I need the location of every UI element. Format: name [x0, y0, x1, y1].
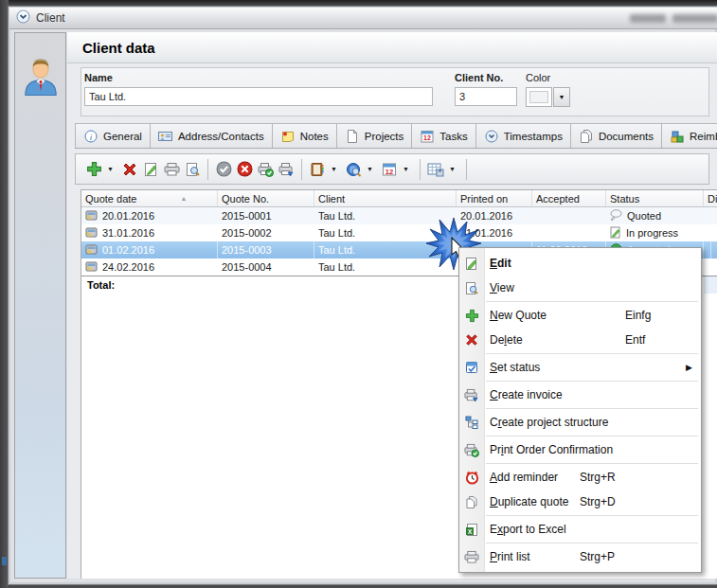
svg-text:12: 12 [423, 134, 431, 141]
address-book-button[interactable] [307, 158, 328, 181]
color-dropdown[interactable]: ▼ [526, 87, 570, 107]
col-status[interactable]: Status [606, 190, 704, 206]
col-quote-date[interactable]: Quote date▲ [81, 190, 218, 206]
client-form: Name Client No. Color ▼ [81, 67, 709, 116]
table-row[interactable]: %31.01.2016 2015-0002 Tau Ltd. 31.01.201… [81, 224, 717, 241]
create-invoice-button[interactable] [276, 158, 296, 181]
svg-text:%: % [87, 214, 93, 221]
tab-reimbursable-expenses[interactable]: Reimbursable expenses [661, 123, 717, 148]
tab-timestamps[interactable]: Timestamps [475, 123, 571, 148]
table-row[interactable]: %20.01.2016 2015-0001 Tau Ltd. 20.01.201… [81, 207, 717, 224]
tab-tasks[interactable]: 12 Tasks [411, 123, 475, 148]
menu-item-add-reminder[interactable]: Add reminder Strg+R [459, 465, 701, 490]
menu-item-edit[interactable]: Edit [459, 251, 701, 276]
delete-button[interactable] [119, 158, 140, 181]
print-button[interactable] [161, 158, 182, 181]
info-icon: i [83, 129, 99, 144]
client-no-field[interactable] [455, 87, 517, 106]
total-disc-cell [704, 276, 717, 294]
menu-item-create-invoice[interactable]: Create invoice [459, 383, 701, 407]
reminder-icon [464, 470, 479, 485]
color-dropdown-arrow-icon[interactable]: ▼ [553, 87, 570, 107]
sidebar [14, 32, 66, 579]
col-client[interactable]: Client [314, 190, 457, 206]
menu-separator [486, 301, 698, 302]
tab-documents[interactable]: Documents [570, 123, 662, 148]
set-accepted-button[interactable] [213, 158, 234, 181]
menu-item-view[interactable]: View [459, 276, 701, 300]
address-book-dropdown-icon[interactable]: ▼ [328, 158, 340, 181]
quote-icon: % [85, 209, 98, 223]
delete-icon [464, 332, 479, 347]
excel-icon: X [464, 522, 479, 537]
print-list-icon [464, 549, 479, 564]
calendar-dropdown-icon[interactable]: ▼ [400, 158, 412, 181]
edit-icon [464, 256, 479, 271]
menu-item-create-project-structure[interactable]: Create project structure [459, 410, 701, 435]
sort-asc-icon: ▲ [180, 195, 187, 202]
set-cancelled-button[interactable] [234, 158, 255, 181]
new-quote-dropdown-icon[interactable]: ▼ [104, 158, 117, 181]
table-header[interactable]: Quote date▲ Quote No. Client Printed on … [81, 190, 717, 207]
grid-export-dropdown-icon[interactable]: ▼ [446, 158, 458, 181]
name-label: Name [84, 72, 433, 83]
tabbar: i General Address/Contacts Notes P [75, 123, 717, 149]
menu-separator [486, 543, 698, 543]
chevron-circle-icon[interactable] [16, 9, 30, 27]
col-disc[interactable]: Disc [704, 190, 717, 206]
print-confirmation-button[interactable] [255, 158, 276, 181]
project-structure-icon [464, 415, 479, 430]
col-quote-no[interactable]: Quote No. [218, 190, 314, 206]
calendar-button[interactable]: 12 [379, 158, 400, 181]
quote-icon: % [85, 260, 98, 275]
menu-separator [486, 463, 698, 464]
quote-icon: % [85, 226, 98, 241]
name-field[interactable] [84, 87, 433, 106]
tab-label: Reimbursable expenses [690, 131, 717, 142]
menu-separator [486, 353, 698, 354]
grid-export-button[interactable] [425, 158, 446, 181]
tab-label: Tasks [439, 131, 467, 142]
svg-text:%: % [87, 265, 93, 272]
calendar-12-icon: 12 [420, 129, 435, 144]
search-device-button[interactable] [343, 158, 364, 181]
quote-icon: % [85, 243, 98, 258]
svg-text:X: X [468, 527, 473, 534]
menu-item-new-quote[interactable]: New Quote Einfg [459, 303, 701, 328]
menu-item-print-order-confirmation[interactable]: Print Order Confirmation [459, 437, 701, 462]
set-status-icon [464, 360, 479, 375]
menu-item-duplicate-quote[interactable]: Duplicate quote Strg+D [459, 490, 701, 514]
tab-label: Projects [365, 131, 404, 142]
total-label: Total: [87, 279, 115, 291]
preview-button[interactable] [182, 158, 203, 181]
menu-separator [486, 515, 698, 516]
menu-item-set-status[interactable]: Set status ▶ [459, 355, 701, 380]
tab-label: Timestamps [504, 131, 563, 142]
clock-icon [484, 129, 499, 144]
search-device-dropdown-icon[interactable]: ▼ [364, 158, 376, 181]
tab-notes[interactable]: Notes [272, 123, 337, 148]
menu-item-delete[interactable]: Delete Entf [459, 328, 701, 352]
tab-address-contacts[interactable]: Address/Contacts [150, 123, 273, 148]
col-accepted[interactable]: Accepted [532, 190, 606, 206]
edit-button[interactable] [140, 158, 161, 181]
color-label: Color [526, 72, 570, 83]
window-title: Client [36, 11, 65, 25]
tab-label: Documents [599, 131, 654, 142]
menu-separator [486, 381, 698, 382]
client-no-label: Client No. [455, 72, 517, 83]
svg-text:%: % [87, 248, 93, 255]
tab-projects[interactable]: Projects [336, 123, 413, 148]
svg-text:%: % [87, 231, 93, 238]
menu-item-export-to-excel[interactable]: X Export to Excel [459, 517, 701, 542]
toolbar: ▼ [75, 153, 709, 185]
documents-icon [579, 129, 594, 144]
in-progress-status-icon [610, 226, 621, 241]
tab-general[interactable]: i General [75, 123, 151, 148]
menu-item-print-list[interactable]: Print list Strg+P [459, 544, 701, 569]
new-quote-button[interactable] [83, 158, 104, 181]
col-printed-on[interactable]: Printed on [457, 190, 532, 206]
toolbar-separator [207, 159, 208, 180]
shortcut: Strg+P [580, 550, 615, 563]
titlebar[interactable]: Client [9, 8, 717, 29]
